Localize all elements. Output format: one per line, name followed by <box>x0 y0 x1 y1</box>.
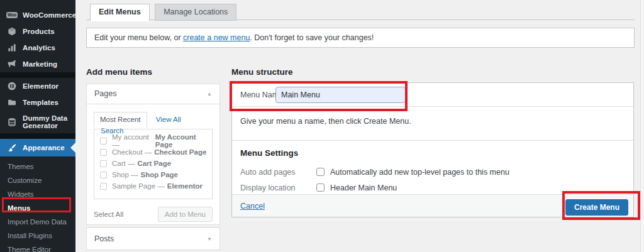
page-checkbox[interactable] <box>100 183 107 190</box>
notice-banner: Edit your menu below, or create a new me… <box>86 28 635 48</box>
page-checkbox[interactable] <box>100 160 107 167</box>
page-state: Shop Page <box>141 171 178 178</box>
submenu-item-customize[interactable]: Customize <box>0 173 75 187</box>
page-checkbox-row: Shop — Shop Page <box>100 169 208 180</box>
display-location-checkbox[interactable] <box>316 184 325 192</box>
cancel-link[interactable]: Cancel <box>240 195 265 217</box>
page-checkbox-row: Cart — Cart Page <box>100 158 208 169</box>
pages-checklist: My account — My Account Page Checkout — … <box>94 129 213 199</box>
sidebar-item-label: Marketing <box>23 60 57 68</box>
page-title: Shop — <box>112 171 138 178</box>
nav-tab-bar: Edit Menus Manage Locations <box>86 3 635 20</box>
sidebar-item-label: Dummy Data Generator <box>23 114 69 129</box>
submenu-item-install-plugins[interactable]: Install Plugins <box>0 229 75 243</box>
pages-inner-tabs: Most Recent View All Search <box>94 112 213 129</box>
submenu-item-widgets[interactable]: Widgets <box>0 187 75 201</box>
auto-add-pages-label: Auto add pages <box>240 168 316 177</box>
sidebar-item-templates[interactable]: Templates <box>0 94 75 111</box>
sidebar-item-woocommerce[interactable]: Woo WooCommerce <box>0 7 75 23</box>
page-checkbox[interactable] <box>100 149 107 156</box>
auto-add-pages-text: Automatically add new top-level pages to… <box>330 168 509 177</box>
sidebar-separator <box>0 72 75 78</box>
tab-view-all[interactable]: View All <box>156 116 181 123</box>
add-to-menu-button[interactable]: Add to Menu <box>158 207 213 222</box>
create-new-menu-link[interactable]: create a new menu <box>183 33 250 42</box>
expand-arrow-icon[interactable]: ▼ <box>207 229 212 249</box>
submenu-item-themes[interactable]: Themes <box>0 160 75 173</box>
pages-panel: Pages ▲ Most Recent View All Search My a… <box>86 84 220 225</box>
page-state: Cart Page <box>137 160 171 167</box>
page-checkbox-row: Sample Page — Elementor <box>100 180 208 192</box>
sidebar-item-appearance[interactable]: Appearance <box>0 139 75 156</box>
menu-name-row: Menu Name <box>232 83 633 107</box>
sidebar-item-analytics[interactable]: Analytics <box>0 40 75 56</box>
page-title: Sample Page — <box>112 182 165 190</box>
sidebar-item-elementor[interactable]: Elementor <box>0 78 75 94</box>
menu-settings-section: Menu Settings Auto add pages Automatical… <box>232 141 633 195</box>
sidebar-item-dummy-data-generator[interactable]: Dummy Data Generator <box>0 111 75 133</box>
posts-panel-header[interactable]: Posts ▼ <box>87 228 219 249</box>
sidebar-item-label: Elementor <box>23 82 58 90</box>
display-location-label: Display location <box>240 184 316 192</box>
page-title: My account — <box>112 133 153 148</box>
submenu-item-import-demo-data[interactable]: Import Demo Data <box>0 215 75 229</box>
auto-add-pages-checkbox[interactable] <box>316 168 325 176</box>
pages-panel-header[interactable]: Pages ▲ <box>87 84 219 104</box>
submenu-item-theme-editor[interactable]: Theme Editor <box>0 243 75 252</box>
current-menu-arrow <box>70 143 75 153</box>
menu-structure-footer: Cancel Create Menu <box>232 194 633 217</box>
notice-text-prefix: Edit your menu below, or <box>94 33 183 42</box>
page-state: My Account Page <box>155 133 208 148</box>
display-location-row: Display location Header Main Menu <box>240 180 625 195</box>
page-checkbox[interactable] <box>100 172 107 178</box>
posts-panel: Posts ▼ <box>86 227 220 250</box>
posts-panel-title: Posts <box>94 229 114 249</box>
tab-most-recent[interactable]: Most Recent <box>94 112 147 128</box>
page-state: Checkout Page <box>154 148 206 156</box>
appearance-icon <box>6 143 18 153</box>
auto-add-pages-row: Auto add pages Automatically add new top… <box>240 164 625 180</box>
menu-name-input[interactable] <box>275 87 406 103</box>
create-menu-button[interactable]: Create Menu <box>565 199 628 216</box>
pages-list-footer: Select All Add to Menu <box>94 205 213 222</box>
pages-panel-body: Most Recent View All Search My account —… <box>87 104 219 222</box>
display-location-text: Header Main Menu <box>330 184 397 192</box>
menu-settings-heading: Menu Settings <box>240 148 625 158</box>
pages-panel-title: Pages <box>94 84 116 104</box>
tab-manage-locations[interactable]: Manage Locations <box>155 4 236 21</box>
marketing-icon <box>6 59 18 69</box>
page-title: Cart — <box>112 160 135 167</box>
notice-text-suffix: . Don't forget to save your changes! <box>250 33 374 42</box>
menu-structure-panel: Menu Name Give your menu a name, then cl… <box>231 82 634 217</box>
sidebar-item-marketing[interactable]: Marketing <box>0 56 75 72</box>
collapse-arrow-icon[interactable]: ▲ <box>207 84 212 104</box>
woocommerce-icon: Woo <box>6 10 18 20</box>
analytics-icon <box>6 43 18 53</box>
appearance-submenu: Themes Customize Widgets Menus Import De… <box>0 156 75 252</box>
sidebar-item-label: WooCommerce <box>23 11 76 19</box>
menu-helper-text: Give your menu a name, then click Create… <box>232 107 633 141</box>
products-icon <box>6 26 18 36</box>
admin-content: Edit Menus Manage Locations Edit your me… <box>75 0 644 252</box>
page-title: Checkout — <box>112 148 152 156</box>
tab-edit-menus[interactable]: Edit Menus <box>90 4 150 21</box>
sidebar-item-label: Analytics <box>23 44 55 52</box>
woo-logo-badge: Woo <box>6 12 18 19</box>
admin-sidebar: Woo WooCommerce Products Analytics Marke… <box>0 0 75 252</box>
database-icon <box>6 117 18 127</box>
page-checkbox-row: My account — My Account Page <box>100 135 208 146</box>
sidebar-item-products[interactable]: Products <box>0 23 75 40</box>
elementor-icon <box>6 81 18 91</box>
page-state: Elementor <box>167 182 203 190</box>
sidebar-item-label: Templates <box>23 99 58 106</box>
sidebar-item-label: Products <box>23 28 55 35</box>
page-checkbox[interactable] <box>100 138 107 145</box>
page-checkbox-row: Checkout — Checkout Page <box>100 146 208 158</box>
sidebar-item-label: Appearance <box>23 144 65 151</box>
scrollbar-track[interactable] <box>640 0 644 252</box>
sidebar-separator <box>0 133 75 139</box>
add-menu-items-heading: Add menu items <box>86 67 152 77</box>
menu-structure-heading: Menu structure <box>231 67 293 77</box>
submenu-item-menus[interactable]: Menus <box>0 201 75 215</box>
select-all-link[interactable]: Select All <box>94 211 123 218</box>
